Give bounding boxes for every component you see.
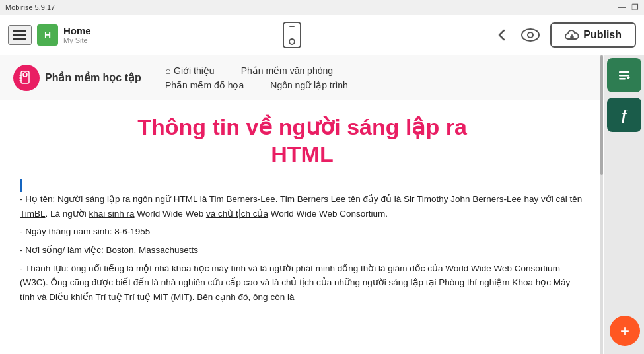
site-title: Home (63, 25, 91, 36)
nav-links: Giới thiệu Phần mềm văn phòng Phần mềm đ… (165, 65, 591, 90)
hamburger-line (13, 30, 26, 32)
main-area: Phần mềm học tập Giới thiệu Phần mềm văn… (0, 55, 644, 354)
nav-row-2: Phần mềm đồ họa Ngôn ngữ lập trình (165, 80, 591, 90)
mobile-preview-button[interactable] (283, 22, 301, 48)
scrollbar[interactable] (600, 55, 603, 354)
paragraph-1: - Họ tên: Người sáng lập ra ngôn ngữ HTM… (20, 192, 585, 221)
nav-link-gioi-thieu[interactable]: Giới thiệu (165, 65, 215, 76)
nav-link-do-hoa[interactable]: Phần mềm đồ họa (165, 80, 244, 90)
site-icon: H (37, 24, 58, 46)
site-info: Home My Site (63, 25, 91, 44)
svg-point-3 (23, 73, 27, 77)
edit-block-button[interactable] (607, 58, 641, 92)
svg-rect-6 (619, 78, 626, 80)
menu-button[interactable] (8, 25, 32, 45)
svg-point-1 (528, 32, 533, 38)
paragraph-2: - Ngày tháng năm sinh: 8-6-1955 (20, 225, 585, 239)
site-subtitle: My Site (63, 36, 91, 44)
minimize-btn[interactable]: — (618, 3, 626, 12)
preview-area: Phần mềm học tập Giới thiệu Phần mềm văn… (0, 55, 604, 354)
website-content: Thông tin về người sáng lập ra HTML - Họ… (0, 100, 604, 321)
add-block-button[interactable]: + (610, 316, 640, 346)
brand-icon (13, 65, 40, 91)
text-cursor (20, 179, 22, 192)
app-name: Mobirise 5.9.17 (5, 3, 55, 11)
back-button[interactable] (493, 26, 511, 44)
publish-label: Publish (583, 29, 622, 41)
nav-link-van-phong[interactable]: Phần mềm văn phòng (241, 65, 333, 76)
paragraph-3: - Nơi sống/ làm việc: Boston, Massachuse… (20, 243, 585, 258)
preview-button[interactable] (521, 28, 540, 42)
nav-link-lap-trinh[interactable]: Ngôn ngữ lập trình (270, 80, 348, 90)
brand-name: Phần mềm học tập (45, 71, 141, 84)
content-title: Thông tin về người sáng lập ra HTML (20, 114, 585, 168)
content-body: - Họ tên: Người sáng lập ra ngôn ngữ HTM… (20, 178, 585, 304)
toolbar-right: Publish (493, 22, 636, 48)
restore-btn[interactable]: ❐ (631, 3, 639, 12)
right-sidebar: f + (604, 55, 644, 354)
publish-button[interactable]: Publish (550, 22, 636, 48)
toolbar-center (96, 22, 489, 48)
facebook-icon: f (622, 106, 626, 124)
svg-rect-4 (619, 71, 629, 73)
facebook-button[interactable]: f (607, 98, 641, 132)
plus-icon: + (620, 322, 629, 340)
svg-point-0 (522, 29, 539, 41)
paragraph-4: - Thành tựu: ông nổi tiếng là một nhà kh… (20, 262, 585, 304)
hamburger-line (13, 34, 26, 36)
svg-rect-5 (619, 75, 629, 77)
app-toolbar: H Home My Site Publish (0, 15, 644, 55)
hamburger-line (13, 38, 26, 40)
website-nav: Phần mềm học tập Giới thiệu Phần mềm văn… (0, 55, 604, 100)
nav-row-1: Giới thiệu Phần mềm văn phòng (165, 65, 591, 76)
window-controls: — ❐ (618, 3, 639, 12)
scroll-thumb (600, 55, 603, 175)
brand: Phần mềm học tập (13, 65, 145, 91)
title-bar: Mobirise 5.9.17 — ❐ (0, 0, 644, 15)
